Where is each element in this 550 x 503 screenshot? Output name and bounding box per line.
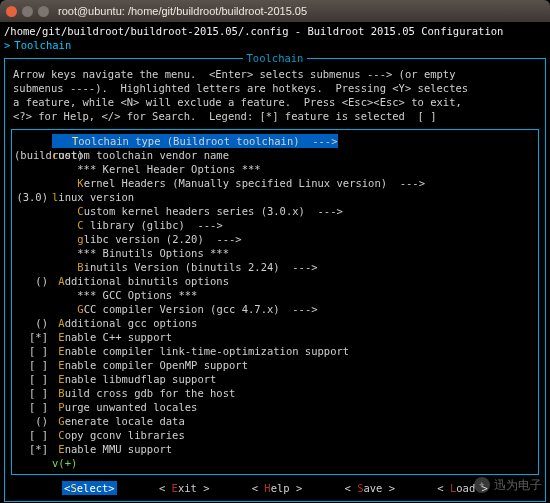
menu-item[interactable]: (3.0)linux version [14, 190, 536, 204]
menu-item-marker [14, 246, 52, 260]
menu-item-marker: [*] [14, 330, 52, 344]
menu-item[interactable]: [*] Enable MMU support [14, 442, 536, 456]
menu-item-label: Enable compiler link-time-optimization s… [52, 344, 349, 358]
menu-item-marker [14, 232, 52, 246]
menu-item-label: Enable MMU support [52, 442, 172, 456]
menu-item[interactable]: [ ] Build cross gdb for the host [14, 386, 536, 400]
menu-item-label: Enable libmudflap support [52, 372, 216, 386]
maximize-icon[interactable] [38, 6, 49, 17]
menu-item[interactable]: Binutils Version (binutils 2.24) ---> [14, 260, 536, 274]
dialog-button-bar: <Select>< Exit >< Help >< Save >< Load > [11, 481, 539, 495]
menu-item-marker [14, 218, 52, 232]
menu-item[interactable]: *** GCC Options *** [14, 288, 536, 302]
exit-button[interactable]: < Exit > [159, 481, 210, 495]
window-titlebar: root@ubuntu: /home/git/buildroot/buildro… [0, 0, 550, 22]
terminal-window: root@ubuntu: /home/git/buildroot/buildro… [0, 0, 550, 503]
menu-item[interactable]: [ ] Copy gconv libraries [14, 428, 536, 442]
menu-item[interactable]: C library (glibc) ---> [14, 218, 536, 232]
menuconfig-dialog: Toolchain Arrow keys navigate the menu. … [4, 58, 546, 502]
menu-item-marker: (buildroot) [14, 148, 52, 162]
menu-item-label: Purge unwanted locales [52, 400, 197, 414]
menu-item-marker: () [14, 316, 52, 330]
menu-item-label: *** GCC Options *** [52, 288, 197, 302]
menu-item[interactable]: [ ] Enable compiler link-time-optimizati… [14, 344, 536, 358]
menu-item-label: Additional gcc options [52, 316, 197, 330]
menu-item-label: glibc version (2.20) ---> [52, 232, 242, 246]
menu-item-marker: (3.0) [14, 190, 52, 204]
menu-item-marker: [ ] [14, 386, 52, 400]
menu-item-label: Additional binutils options [52, 274, 229, 288]
menu-item[interactable]: [ ] Enable libmudflap support [14, 372, 536, 386]
menu-item-marker: [ ] [14, 400, 52, 414]
chevron-right-icon: > [4, 38, 10, 52]
menu-more-indicator: v(+) [52, 456, 536, 470]
breadcrumb-label: Toolchain [14, 38, 71, 52]
menu-item[interactable]: [*] Enable C++ support [14, 330, 536, 344]
menu-item[interactable]: [ ] Purge unwanted locales [14, 400, 536, 414]
menu-item-label: Copy gconv libraries [52, 428, 185, 442]
menu-item-marker: [ ] [14, 344, 52, 358]
menu-item-marker [14, 134, 52, 148]
menu-item[interactable]: GCC compiler Version (gcc 4.7.x) ---> [14, 302, 536, 316]
minimize-icon[interactable] [22, 6, 33, 17]
menu-item-marker [14, 204, 52, 218]
breadcrumb: > Toolchain [4, 38, 546, 52]
menu-item[interactable]: [ ] Enable compiler OpenMP support [14, 358, 536, 372]
menu-item-marker: () [14, 414, 52, 428]
help-button[interactable]: < Help > [252, 481, 303, 495]
dialog-help-text: Arrow keys navigate the menu. <Enter> se… [13, 67, 537, 123]
menu-item-label: custom toolchain vendor name [52, 148, 229, 162]
menu-item-label: Generate locale data [52, 414, 185, 428]
menu-item-marker [14, 176, 52, 190]
menu-item-marker: [ ] [14, 358, 52, 372]
terminal-area: /home/git/buildroot/buildroot-2015.05/.c… [0, 22, 550, 503]
watermark: ✦ 迅为电子 [474, 477, 542, 493]
window-title: root@ubuntu: /home/git/buildroot/buildro… [58, 5, 307, 17]
menu-item-label: Toolchain type (Buildroot toolchain) ---… [52, 134, 338, 148]
menu-item-label: Build cross gdb for the host [52, 386, 235, 400]
menu-item[interactable]: Custom kernel headers series (3.0.x) ---… [14, 204, 536, 218]
menu-item-label: *** Binutils Options *** [52, 246, 229, 260]
menu-item-marker: [ ] [14, 372, 52, 386]
select-button[interactable]: <Select> [62, 481, 117, 495]
menu-item-marker: [*] [14, 442, 52, 456]
menu-item[interactable]: *** Kernel Header Options *** [14, 162, 536, 176]
menu-item-marker [14, 162, 52, 176]
save-button[interactable]: < Save > [344, 481, 395, 495]
menu-item[interactable]: Toolchain type (Buildroot toolchain) ---… [14, 134, 536, 148]
menu-item[interactable]: *** Binutils Options *** [14, 246, 536, 260]
menu-item-marker [14, 288, 52, 302]
menu-item-label: *** Kernel Header Options *** [52, 162, 261, 176]
menu-item-label: Custom kernel headers series (3.0.x) ---… [52, 204, 343, 218]
menu-item-marker: [ ] [14, 428, 52, 442]
menu-item[interactable]: Kernel Headers (Manually specified Linux… [14, 176, 536, 190]
menu-item-label: C library (glibc) ---> [52, 218, 223, 232]
menu-item-label: Kernel Headers (Manually specified Linux… [52, 176, 425, 190]
menu-item-marker [14, 302, 52, 316]
menu-item[interactable]: glibc version (2.20) ---> [14, 232, 536, 246]
menu-item-label: Enable C++ support [52, 330, 172, 344]
menu-list[interactable]: Toolchain type (Buildroot toolchain) ---… [11, 129, 539, 475]
menu-item-label: GCC compiler Version (gcc 4.7.x) ---> [52, 302, 318, 316]
menu-item[interactable]: (buildroot)custom toolchain vendor name [14, 148, 536, 162]
menu-item-marker: () [14, 274, 52, 288]
menu-item[interactable]: () Additional gcc options [14, 316, 536, 330]
menu-item-label: Binutils Version (binutils 2.24) ---> [52, 260, 318, 274]
close-icon[interactable] [6, 6, 17, 17]
menu-item-label: linux version [52, 190, 134, 204]
config-path-line: /home/git/buildroot/buildroot-2015.05/.c… [4, 24, 546, 38]
menu-item-marker [14, 260, 52, 274]
menu-item[interactable]: () Additional binutils options [14, 274, 536, 288]
wechat-icon: ✦ [474, 477, 490, 493]
dialog-title: Toolchain [11, 51, 539, 65]
menu-item[interactable]: () Generate locale data [14, 414, 536, 428]
menu-item-label: Enable compiler OpenMP support [52, 358, 248, 372]
